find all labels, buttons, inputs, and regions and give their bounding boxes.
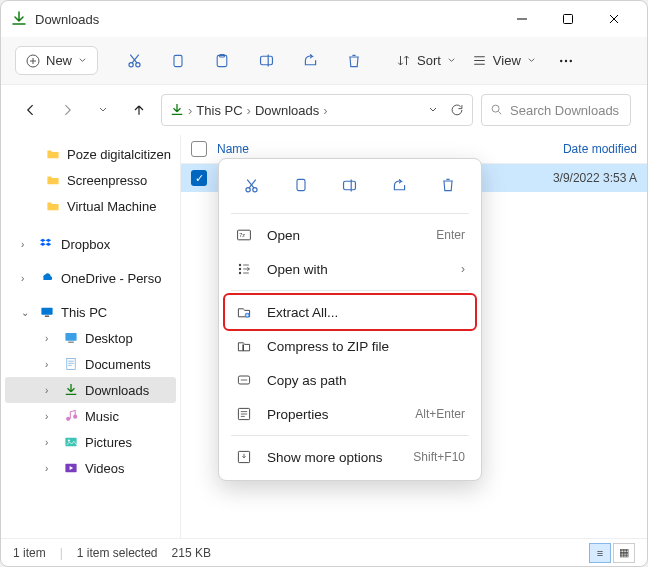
maximize-button[interactable] [545,1,591,37]
svg-rect-26 [344,181,356,190]
chevron-right-icon: › [461,262,465,276]
svg-point-30 [239,268,241,270]
svg-point-3 [135,63,139,67]
context-quick-actions [225,165,475,209]
extract-icon [235,303,253,321]
address-bar[interactable]: › This PC › Downloads › [161,94,473,126]
ctx-share-button[interactable] [385,171,413,199]
sidebar-item-pictures[interactable]: ›Pictures [1,429,180,455]
copypath-icon [235,371,253,389]
forward-button[interactable] [53,96,81,124]
ctx-rename-button[interactable] [336,171,364,199]
downloads-icon [11,11,27,27]
svg-rect-25 [297,179,305,190]
svg-rect-7 [260,56,272,65]
status-count: 1 item [13,546,46,560]
svg-point-8 [560,59,562,61]
sidebar-item-desktop[interactable]: ›Desktop [1,325,180,351]
ctx-show-more[interactable]: Show more options Shift+F10 [225,440,475,474]
new-label: New [46,53,72,68]
compress-icon [235,337,253,355]
svg-text:7z: 7z [239,232,245,238]
context-menu: 7z Open Enter Open with › Extract All...… [218,158,482,481]
file-date: 3/9/2022 3:53 A [553,171,637,185]
window-controls [499,1,637,37]
close-button[interactable] [591,1,637,37]
svg-rect-14 [65,333,76,341]
column-name[interactable]: Name [217,142,563,156]
view-details-button[interactable]: ≡ [589,543,611,563]
svg-point-29 [239,264,241,266]
ctx-open[interactable]: 7z Open Enter [225,218,475,252]
sidebar-item-music[interactable]: ›Music [1,403,180,429]
titlebar: Downloads [1,1,647,37]
back-button[interactable] [17,96,45,124]
ctx-compress[interactable]: Compress to ZIP file [225,329,475,363]
share-button[interactable] [290,43,330,79]
svg-point-20 [68,440,70,442]
ctx-delete-button[interactable] [434,171,462,199]
window-title: Downloads [35,12,99,27]
open-icon: 7z [235,226,253,244]
copy-button[interactable] [158,43,198,79]
recent-button[interactable] [89,96,117,124]
toolbar: New Sort View [1,37,647,85]
status-size: 215 KB [172,546,211,560]
breadcrumb-current[interactable]: Downloads [255,103,319,118]
properties-icon [235,405,253,423]
sidebar-folder[interactable]: Screenpresso [1,167,180,193]
openwith-icon [235,260,253,278]
svg-point-10 [569,59,571,61]
new-button[interactable]: New [15,46,98,75]
sidebar-folder[interactable]: Poze digitalcitizen [1,141,180,167]
nav-row: › This PC › Downloads › Search Downloads [1,85,647,135]
cut-button[interactable] [114,43,154,79]
file-checkbox[interactable]: ✓ [191,170,207,186]
ctx-copy-button[interactable] [287,171,315,199]
svg-point-2 [128,63,132,67]
ctx-open-with[interactable]: Open with › [225,252,475,286]
ctx-properties[interactable]: Properties Alt+Enter [225,397,475,431]
sidebar-dropbox[interactable]: ›Dropbox [1,231,180,257]
minimize-button[interactable] [499,1,545,37]
svg-point-23 [246,187,250,191]
breadcrumb-root[interactable]: This PC [196,103,242,118]
search-icon [490,103,504,117]
sidebar-onedrive[interactable]: ›OneDrive - Perso [1,265,180,291]
address-dropdown-icon[interactable] [428,105,438,115]
sidebar-item-videos[interactable]: ›Videos [1,455,180,481]
sidebar-item-downloads[interactable]: ›Downloads [5,377,176,403]
ctx-copy-path[interactable]: Copy as path [225,363,475,397]
svg-point-18 [73,415,77,419]
status-bar: 1 item | 1 item selected 215 KB ≡ ▦ [1,538,647,566]
status-selected: 1 item selected [77,546,158,560]
rename-button[interactable] [246,43,286,79]
svg-rect-12 [41,308,52,315]
svg-point-9 [565,59,567,61]
column-date[interactable]: Date modified [563,142,637,156]
paste-button[interactable] [202,43,242,79]
refresh-button[interactable] [450,103,464,117]
more-button[interactable] [546,43,586,79]
ctx-cut-button[interactable] [238,171,266,199]
up-button[interactable] [125,96,153,124]
sidebar-item-documents[interactable]: ›Documents [1,351,180,377]
svg-point-31 [239,272,241,274]
select-all-checkbox[interactable] [191,141,207,157]
svg-rect-13 [45,316,49,317]
svg-point-11 [492,105,499,112]
search-input[interactable]: Search Downloads [481,94,631,126]
sidebar-thispc[interactable]: ⌄This PC [1,299,180,325]
more-icon [235,448,253,466]
svg-point-24 [253,187,257,191]
ctx-extract-all[interactable]: Extract All... [223,293,477,331]
delete-button[interactable] [334,43,374,79]
view-button[interactable]: View [466,53,542,68]
svg-rect-0 [564,15,573,24]
svg-rect-16 [67,358,75,369]
svg-point-17 [66,417,70,421]
sort-button[interactable]: Sort [390,53,462,68]
sidebar-folder[interactable]: Virtual Machine [1,193,180,219]
svg-rect-4 [174,55,182,66]
view-large-button[interactable]: ▦ [613,543,635,563]
